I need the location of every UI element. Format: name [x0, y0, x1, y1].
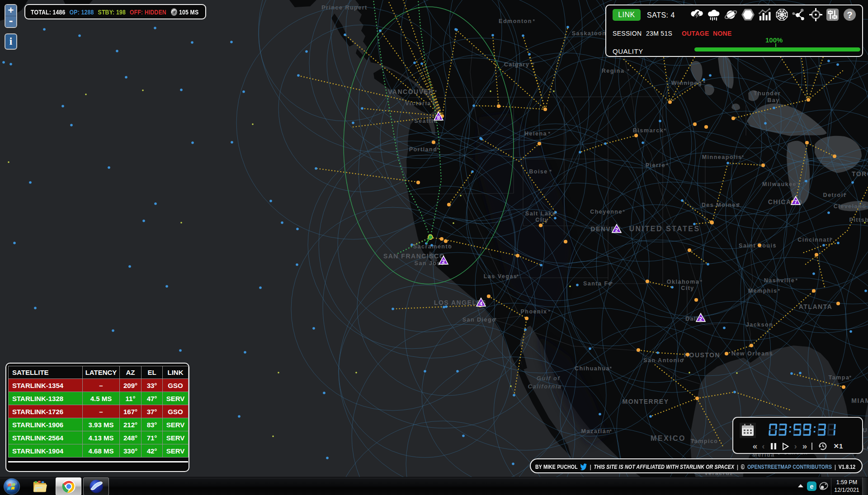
- svg-text:MONTERREY: MONTERREY: [623, 398, 669, 405]
- svg-text:Salt Lake: Salt Lake: [525, 210, 556, 217]
- svg-text:City: City: [681, 285, 694, 291]
- svg-text:Portland: Portland: [409, 146, 438, 153]
- svg-text:Oklahoma: Oklahoma: [667, 279, 699, 285]
- svg-text:MIAM: MIAM: [851, 397, 868, 404]
- svg-text:Boise: Boise: [529, 168, 548, 175]
- svg-text:Regina: Regina: [602, 68, 625, 74]
- svg-text:VANCOUVER: VANCOUVER: [388, 88, 434, 95]
- svg-text:Gulf of: Gulf of: [537, 375, 561, 382]
- svg-text:Phoenix: Phoenix: [520, 308, 547, 315]
- svg-text:Tampico: Tampico: [691, 438, 718, 444]
- svg-text:TORO: TORO: [852, 170, 868, 177]
- svg-text:Jackson: Jackson: [746, 322, 774, 328]
- svg-text:Pierre: Pierre: [646, 162, 665, 168]
- svg-text:Des Moines: Des Moines: [702, 202, 740, 208]
- svg-text:2: 2: [442, 259, 445, 264]
- svg-text:San Diego: San Diego: [462, 317, 496, 323]
- svg-text:e: e: [810, 483, 814, 490]
- svg-text:Saskatoon: Saskatoon: [572, 30, 607, 37]
- svg-text:Winnipeg: Winnipeg: [671, 80, 702, 86]
- svg-text:Victoria: Victoria: [405, 100, 431, 107]
- svg-text:?: ?: [847, 10, 852, 20]
- svg-text:Milwaukee: Milwaukee: [762, 181, 797, 187]
- svg-text:New Orleans: New Orleans: [731, 350, 773, 357]
- svg-text:2: 2: [615, 227, 618, 233]
- svg-text:Minneapolis: Minneapolis: [702, 154, 742, 160]
- svg-text:Prince Rupert: Prince Rupert: [321, 5, 367, 11]
- svg-text:UNITED STATES: UNITED STATES: [629, 225, 700, 233]
- svg-text:7: 7: [794, 199, 797, 205]
- svg-text:Helena: Helena: [524, 131, 547, 137]
- svg-text:Detroit: Detroit: [823, 192, 846, 198]
- svg-text:ATLANTA: ATLANTA: [799, 303, 833, 310]
- svg-text:City: City: [535, 217, 549, 223]
- svg-text:Las Vegas: Las Vegas: [484, 273, 518, 280]
- svg-text:Memphis: Memphis: [748, 288, 778, 294]
- svg-text:Bismarck: Bismarck: [633, 127, 664, 134]
- svg-text:Saint Louis: Saint Louis: [739, 243, 777, 249]
- svg-text:Chihuahua: Chihuahua: [575, 365, 610, 372]
- svg-text:Seattle: Seattle: [414, 118, 438, 124]
- svg-text:Santa Fe: Santa Fe: [583, 280, 612, 287]
- svg-text:Mazatlán: Mazatlán: [581, 428, 611, 434]
- svg-text:Cleveland: Cleveland: [834, 203, 867, 210]
- svg-text:8: 8: [437, 115, 440, 120]
- svg-text:4: 4: [480, 301, 483, 306]
- svg-text:Edmonton: Edmonton: [499, 18, 532, 24]
- svg-text:SAN FRANCISCO: SAN FRANCISCO: [383, 252, 445, 260]
- svg-text:California: California: [528, 383, 562, 390]
- svg-text:Cheyenne: Cheyenne: [590, 209, 623, 215]
- svg-text:Bay: Bay: [767, 97, 779, 103]
- svg-text:Tampa: Tampa: [829, 374, 850, 381]
- svg-text:2: 2: [699, 316, 702, 322]
- svg-text:San Antonio: San Antonio: [643, 357, 684, 364]
- svg-text:Thunder: Thunder: [754, 90, 781, 97]
- svg-text:Nashville: Nashville: [764, 277, 795, 284]
- svg-text:MEXICO: MEXICO: [651, 434, 686, 442]
- svg-text:Cincinnati: Cincinnati: [797, 237, 831, 243]
- svg-text:Calgary: Calgary: [504, 61, 529, 68]
